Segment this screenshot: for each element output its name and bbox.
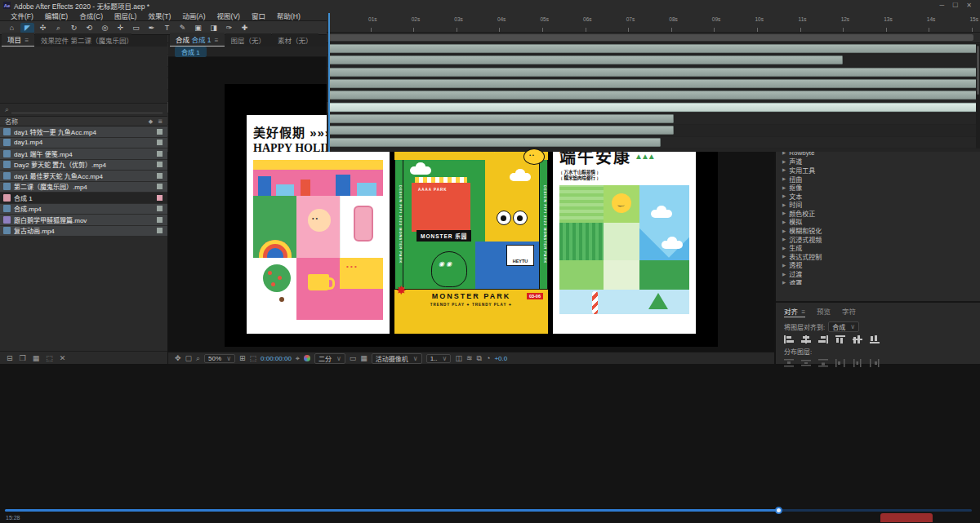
align-right-icon[interactable] [818,335,828,343]
resolution-select[interactable]: 二分∨ [314,353,345,364]
region-of-interest-icon[interactable]: ▭ [350,354,357,362]
disclosure-icon[interactable]: ▶ [782,246,786,250]
align-left-icon[interactable] [784,335,794,343]
tool-button[interactable]: ✛ [114,23,127,33]
project-item[interactable]: day1 最佳萝天蛇 九鱼Acc.mp4 [0,171,167,182]
label-color-chip[interactable] [157,173,163,179]
disclosure-icon[interactable]: ▶ [782,167,786,172]
tool-button[interactable]: ✒ [145,23,158,33]
effects-category[interactable]: ▶ 透视 [776,261,980,270]
playhead[interactable] [328,13,330,152]
time-ruler[interactable]: 01s02s03s04s05s06s07s08s09s10s11s12s13s1… [327,13,980,33]
tool-button[interactable]: ▣ [191,23,205,33]
effects-category[interactable]: ▶ 模拟 [776,218,980,227]
project-item[interactable]: 合成 1 [0,193,167,204]
disclosure-icon[interactable]: ▶ [782,263,786,268]
layer-duration-bar[interactable] [328,79,980,88]
tab-effect-controls[interactable]: 效果控件 第二课（魔鬼乐园） [35,33,131,47]
label-color-chip[interactable] [157,151,163,157]
project-item[interactable]: 第二课（魔鬼乐园）.mp4 [0,182,167,193]
menu-item[interactable]: 合成(C) [74,11,109,20]
effects-category[interactable]: ▶ 表达式控制 [776,252,980,261]
player-progress-track[interactable] [5,509,972,512]
disclosure-icon[interactable]: ▶ [782,185,786,190]
label-color-chip[interactable] [157,162,163,167]
layer-duration-bar[interactable] [328,138,661,147]
column-name[interactable]: 名称 [5,117,18,126]
viewer-timecode[interactable]: 0:00:00:00 [261,355,292,362]
minimize-button[interactable]: ─ [939,2,944,9]
layer-duration-bar[interactable] [328,91,980,100]
label-color-chip[interactable] [157,140,163,145]
label-color-chip[interactable] [157,206,163,211]
maximize-button[interactable]: ☐ [952,2,958,9]
disclosure-icon[interactable]: ▶ [782,159,786,164]
layer-duration-bar[interactable] [328,114,674,123]
menu-item[interactable]: 窗口 [246,11,271,20]
interpret-footage-icon[interactable]: ⊟ [7,354,13,362]
label-color-chip[interactable] [157,129,163,135]
project-item[interactable]: Day2 萝天蛇 置九（优剪）.mp4 [0,160,167,171]
reset-exposure-icon[interactable]: ◔ [486,354,490,362]
snapshot-icon[interactable]: ⌖ [296,354,300,363]
new-folder-icon[interactable]: ❒ [20,354,26,362]
disclosure-icon[interactable]: ▶ [782,211,786,215]
transparency-grid-icon[interactable]: ▦ [360,354,368,362]
tab-project[interactable]: 项目 ≡ [2,33,34,47]
tool-button[interactable]: ▭ [129,23,143,33]
effects-category[interactable]: ▶ 声道 [776,157,980,166]
panel-menu-icon[interactable]: ≡ [801,308,805,316]
disclosure-icon[interactable]: ▶ [782,193,786,198]
menu-item[interactable]: 编辑(E) [39,11,74,20]
menu-item[interactable]: 帮助(H) [271,11,306,20]
distribute-top-icon[interactable] [784,359,794,367]
align-vertical-center-icon[interactable] [853,335,862,343]
tool-button[interactable]: ◤ [20,23,34,33]
project-item[interactable]: day1 特效一更 九鱼Acc.mp4 [0,126,167,138]
panel-menu-icon[interactable]: ≡ [24,37,29,44]
layer-duration-bar[interactable] [328,103,980,112]
menu-item[interactable]: 图层(L) [109,11,142,20]
tool-button[interactable]: ⟲ [82,23,96,33]
tool-button[interactable]: T [160,23,174,33]
menu-item[interactable]: 动画(A) [176,11,211,20]
distribute-bottom-icon[interactable] [818,359,828,367]
always-preview-icon[interactable]: ✥ [175,354,181,362]
disclosure-icon[interactable]: ▶ [782,202,786,207]
effects-category[interactable]: ▶ 过渡 [776,269,980,278]
flowchart-icon[interactable]: ⧉ [477,354,482,363]
effects-category[interactable]: ▶ 文本 [776,192,980,201]
label-color-chip[interactable] [157,195,163,201]
tab-align[interactable]: 对齐 ≡ [784,306,805,317]
type-column-icon[interactable]: ≣ [158,118,163,125]
disclosure-icon[interactable]: ▶ [782,254,786,259]
effects-category[interactable]: ▶ 颜色校正 [776,209,980,218]
tab-layer[interactable]: 图层（无） [225,33,272,47]
tool-button[interactable]: ⌂ [5,23,19,33]
close-button[interactable]: ✕ [966,2,972,9]
color-depth-icon[interactable]: ⬚ [46,354,53,362]
fast-preview-icon[interactable]: ≋ [466,354,473,362]
tool-button[interactable]: ↻ [67,23,81,33]
exposure-value[interactable]: +0.0 [494,355,507,362]
tool-button[interactable]: ◨ [207,23,220,33]
effects-category[interactable]: ▶ 遮罩 [776,278,980,285]
align-to-select[interactable]: 合成∨ [828,321,859,332]
effects-category[interactable]: ▶ 沉浸式视频 [776,235,980,244]
disclosure-icon[interactable]: ▶ [782,228,786,233]
mask-visibility-icon[interactable]: ⬚ [250,354,257,362]
layer-duration-bar[interactable] [328,68,980,77]
camera-select[interactable]: 活动摄像机∨ [372,353,422,364]
pixel-aspect-icon[interactable]: ◫ [455,354,462,362]
disclosure-icon[interactable]: ▶ [782,272,786,277]
effects-category[interactable]: ▶ 模糊和锐化 [776,226,980,235]
project-item[interactable]: 复古动画.mp4 [0,226,167,237]
layer-duration-bar[interactable] [328,55,843,64]
align-bottom-icon[interactable] [870,335,880,343]
project-item[interactable]: day1 端午 便笺.mp4 [0,148,167,160]
breadcrumb[interactable]: 合成 1 [175,47,207,57]
effects-category[interactable]: ▶ 时间 [776,201,980,210]
show-channel-icon[interactable] [304,355,310,361]
project-item[interactable]: 合成.mp4 [0,204,167,215]
menu-item[interactable]: 视图(V) [212,11,246,20]
